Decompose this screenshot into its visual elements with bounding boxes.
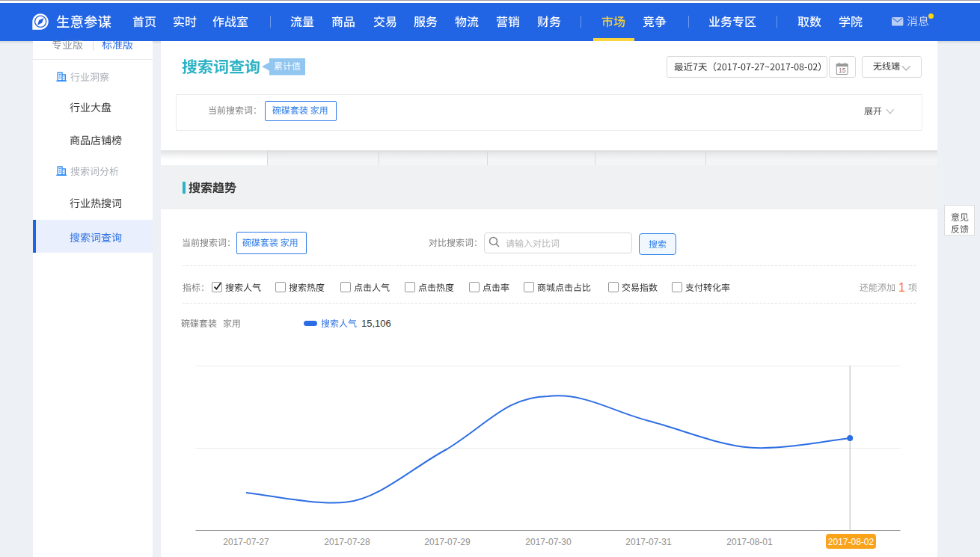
svg-text:2017-07-30: 2017-07-30	[525, 537, 572, 547]
svg-text:2017-07-28: 2017-07-28	[324, 537, 370, 547]
svg-text:2017-07-27: 2017-07-27	[223, 537, 269, 547]
svg-text:2017-08-01: 2017-08-01	[726, 537, 773, 547]
svg-text:2017-08-02: 2017-08-02	[828, 537, 875, 547]
svg-text:2017-07-29: 2017-07-29	[424, 537, 471, 547]
svg-text:15: 15	[839, 67, 846, 74]
svg-text:2017-07-31: 2017-07-31	[625, 537, 672, 547]
